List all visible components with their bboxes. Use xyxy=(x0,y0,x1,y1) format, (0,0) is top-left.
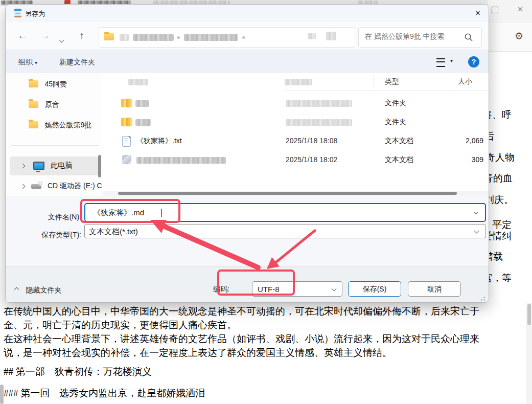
history-chevron-icon[interactable] xyxy=(60,35,63,44)
sidebar-item-label: 此电脑 xyxy=(51,161,72,170)
editor-line: 说，是一种对社会现实的补偿，在一定程度上表达了群众的爱国主义情感、英雄主义情结。 xyxy=(4,346,392,360)
table-row[interactable]: 《狄家将》.txt 2025/1/18 18:08 文本文档 2,069 xyxy=(103,132,489,151)
chevron-down-icon[interactable] xyxy=(332,286,337,291)
address-bar[interactable] xyxy=(99,27,355,48)
gear-icon[interactable]: ⚙ xyxy=(515,30,523,42)
table-row[interactable]: 文件夹 xyxy=(103,113,489,132)
close-icon[interactable]: × xyxy=(468,6,488,21)
save-button[interactable]: 保存(S) xyxy=(348,281,401,297)
blurred-name-column-header xyxy=(128,79,148,85)
notepad-icon xyxy=(14,9,21,17)
scrollbar-thumb[interactable] xyxy=(527,304,531,325)
blurred-breadcrumb xyxy=(133,34,174,41)
close-icon[interactable]: × xyxy=(513,2,528,16)
blurred-date-column-header xyxy=(285,79,312,85)
view-chevron-icon[interactable]: ▾ xyxy=(450,58,453,63)
sidebar-item-folder3[interactable]: 嫣然公版第9批 xyxy=(29,120,91,130)
cell-type: 文本文档 xyxy=(385,155,413,165)
sidebar-scrollbar-thumb[interactable] xyxy=(98,155,101,177)
filename-label: 文件名(N): xyxy=(6,213,81,222)
cell-type: 文本文档 xyxy=(385,137,413,146)
background-window-toolbar: ⚙ xyxy=(488,23,532,52)
sidebar-divider xyxy=(11,145,99,146)
table-row[interactable]: 文件夹 xyxy=(103,94,489,113)
new-folder-button[interactable]: 新建文件夹 xyxy=(59,50,95,74)
encoding-label: 编码: xyxy=(205,285,229,294)
sidebar-item-this-pc[interactable]: 此电脑 xyxy=(10,156,99,175)
save-as-dialog: 另存为 × ← → ↑ 在 嫣然公版第9批 中搜索 xyxy=(5,4,489,303)
dialog-footer: 隐藏文件夹 编码: UTF-8 保存(S) 取消 xyxy=(6,266,489,303)
table-row[interactable]: 2025/1/18 18:02 文本文档 309 xyxy=(103,151,489,170)
editor-left-scrollbar-thumb[interactable] xyxy=(0,385,4,404)
blurred-file-name xyxy=(136,157,226,164)
text-file-icon xyxy=(122,136,131,147)
file-icon xyxy=(122,155,131,164)
filename-input[interactable]: 《狄家将》.md xyxy=(84,203,486,222)
chevron-up-icon xyxy=(14,287,19,293)
encoding-select[interactable]: UTF-8 xyxy=(252,281,342,297)
cell-type: 文件夹 xyxy=(385,118,406,127)
maximize-icon[interactable] xyxy=(492,7,498,13)
sidebar-item-label: 45阿赞 xyxy=(44,80,67,88)
cell-name: 《狄家将》.txt xyxy=(136,137,182,146)
cell-size: 2,069 xyxy=(430,137,483,145)
column-header-size[interactable]: 大小 xyxy=(458,77,472,86)
folder-icon xyxy=(121,118,132,126)
folder-icon xyxy=(29,80,38,87)
search-input[interactable]: 在 嫣然公版第9批 中搜索 xyxy=(358,27,482,48)
blurred-date xyxy=(286,119,352,126)
column-divider[interactable] xyxy=(452,75,452,88)
editor-line: 在传统中国人的心目中，中华帝国的大一统观念是神圣不可动摇的，可在北宋时代却偏偏外… xyxy=(4,305,479,318)
search-icon[interactable] xyxy=(464,33,473,42)
cell-date: 2025/1/18 18:02 xyxy=(286,155,337,164)
cell-date: 2025/1/18 18:08 xyxy=(286,137,337,145)
chevron-right-icon[interactable] xyxy=(20,184,26,189)
sidebar-item-label: 原音 xyxy=(44,100,59,108)
help-icon[interactable]: ? xyxy=(468,56,479,68)
blurred-breadcrumb xyxy=(184,34,238,41)
computer-icon xyxy=(33,162,44,170)
back-icon[interactable]: ← xyxy=(15,22,30,50)
cd-drive-icon xyxy=(31,184,41,189)
column-divider[interactable] xyxy=(374,75,374,88)
folder-icon xyxy=(104,33,114,40)
chevron-right-icon[interactable] xyxy=(20,164,26,169)
markdown-heading: ### 第一回 选秀女内监出京，赴皇都娇娥洒泪 xyxy=(4,387,205,400)
background-window-controls: × xyxy=(488,0,532,23)
list-header: 类型 大小 xyxy=(103,73,489,91)
list-horizontal-scrollbar[interactable] xyxy=(103,191,489,196)
dialog-titlebar: 另存为 × xyxy=(6,5,489,22)
chevron-down-icon: ▾ xyxy=(35,60,37,65)
encoding-value: UTF-8 xyxy=(258,283,280,296)
organize-button[interactable]: 组织 ▾ xyxy=(18,50,37,75)
folder-icon xyxy=(29,121,38,128)
up-icon[interactable]: ↑ xyxy=(74,22,89,50)
search-placeholder: 在 嫣然公版第9批 中搜索 xyxy=(365,32,445,41)
chevron-down-icon[interactable] xyxy=(474,229,479,234)
hide-folders-label: 隐藏文件夹 xyxy=(26,286,61,294)
chevron-down-icon[interactable] xyxy=(474,210,479,215)
view-options-icon[interactable] xyxy=(436,58,445,67)
blurred-date xyxy=(286,100,352,107)
filename-value: 《狄家将》.md xyxy=(93,207,144,219)
background-text: 奇人物 xyxy=(485,151,515,164)
folder-icon xyxy=(121,99,132,107)
blurred-file-name xyxy=(135,119,151,126)
editor-line: 金、元，明亡于清的历史现实，更使得国人痛心疾首。 xyxy=(4,319,237,332)
cell-size: 309 xyxy=(430,155,483,164)
dialog-title: 另存为 xyxy=(25,9,45,18)
dialog-toolbar: 组织 ▾ 新建文件夹 ▾ ? xyxy=(6,50,489,74)
screenshot-root: × ⚙ 将、呼 后 奇人物 青的血 刘庆。 ，平定 爱情纠 谱载 宫，等 在传统… xyxy=(0,0,532,404)
sidebar-item-folder2[interactable]: 原音 xyxy=(29,100,59,109)
resize-grip[interactable] xyxy=(481,297,485,301)
editor-vertical-scrollbar[interactable] xyxy=(526,303,532,404)
column-header-type[interactable]: 类型 xyxy=(385,77,399,86)
sidebar-item-cd-drive[interactable]: CD 驱动器 (E:) C xyxy=(10,177,99,196)
forward-icon[interactable]: → xyxy=(37,22,53,50)
sidebar-item-folder1[interactable]: 45阿赞 xyxy=(29,79,67,89)
hide-folders-button[interactable]: 隐藏文件夹 xyxy=(15,285,61,295)
cancel-button[interactable]: 取消 xyxy=(408,281,461,297)
savetype-select[interactable]: 文本文档(*.txt) xyxy=(84,224,486,238)
scrollbar-thumb[interactable] xyxy=(118,192,457,195)
sidebar: 45阿赞 原音 嫣然公版第9批 此电脑 CD 驱动器 (E:) C xyxy=(6,73,103,196)
